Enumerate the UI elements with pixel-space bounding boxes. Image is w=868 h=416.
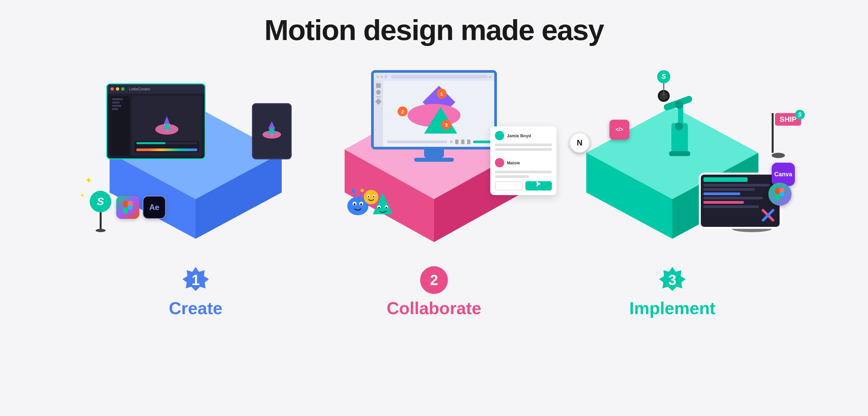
svg-point-44 xyxy=(675,101,683,109)
yellow-character xyxy=(363,188,379,207)
step-implement: S xyxy=(543,67,802,318)
shape-triangle xyxy=(424,107,457,134)
code-icon: </> xyxy=(615,127,623,133)
implement-step-label: 3 Implement xyxy=(629,265,715,318)
notion-icon: N xyxy=(577,138,582,147)
collaborate-label: Collaborate xyxy=(387,298,481,318)
comment-line-2 xyxy=(495,148,552,151)
comment-line-1 xyxy=(495,143,552,146)
after-effects-icon: Ae xyxy=(143,196,166,219)
star-decoration-2: ✦ xyxy=(80,192,85,199)
create-step-label: 1 Create xyxy=(169,265,222,318)
monitor-toolbar xyxy=(374,81,383,147)
comment-user2: Maisie xyxy=(495,158,552,167)
lottie-x-logo xyxy=(760,207,776,223)
window-sidebar xyxy=(110,96,130,156)
pin-base xyxy=(96,229,105,232)
tablet-device xyxy=(252,103,292,160)
implement-number: 3 xyxy=(669,272,676,288)
user2-name: Maisie xyxy=(507,161,520,165)
comment-user1: Jamie Boyd xyxy=(495,131,552,140)
minimize-dot xyxy=(116,87,119,91)
user1-avatar xyxy=(495,131,504,140)
maximize-dot xyxy=(121,87,124,91)
svg-rect-11 xyxy=(123,207,128,214)
pin-stick xyxy=(100,212,102,229)
comment-cancel-btn xyxy=(495,181,523,190)
comment-spacer xyxy=(495,153,552,158)
lottie-creator-window: LottieCreator xyxy=(106,83,206,160)
create-number: 1 xyxy=(192,272,199,288)
robot-arm-svg: S xyxy=(643,70,716,156)
svg-point-20 xyxy=(353,203,355,205)
create-badge: 1 xyxy=(181,265,211,295)
comment-line-4 xyxy=(495,175,529,178)
monitor-topbar xyxy=(374,73,494,81)
flag-lottie-s: S xyxy=(795,110,805,120)
svg-point-30 xyxy=(386,207,387,209)
comment-actions xyxy=(495,181,552,190)
canvas-shapes: 1 2 3 xyxy=(388,84,480,143)
canva-badge: Canva xyxy=(772,163,795,186)
svg-point-21 xyxy=(360,203,362,205)
svg-text:S: S xyxy=(661,73,666,80)
flag-base xyxy=(772,153,785,158)
yellow-star-svg xyxy=(363,188,379,206)
figma-badge-implement xyxy=(768,182,792,206)
implement-label: Implement xyxy=(629,298,715,318)
notif-2: 2 xyxy=(398,106,407,116)
collaborate-platform: 1 2 3 xyxy=(305,67,563,258)
step-collaborate: 1 2 3 xyxy=(305,67,563,318)
implement-badge: 3 xyxy=(657,265,687,295)
user2-avatar xyxy=(495,158,504,167)
collaborate-step-label: 2 Collaborate xyxy=(387,265,481,318)
canva-text: Canva xyxy=(774,171,792,178)
svg-point-23 xyxy=(352,189,355,192)
svg-point-13 xyxy=(128,205,133,210)
comment-confirm-btn xyxy=(525,181,552,190)
star-decoration-1: ✦ xyxy=(85,175,92,186)
step-create: LottieCreator xyxy=(66,67,325,318)
close-dot xyxy=(111,87,114,91)
code-tablet xyxy=(699,173,782,229)
svg-rect-9 xyxy=(123,201,128,207)
svg-rect-41 xyxy=(669,151,690,156)
svg-point-35 xyxy=(373,196,374,198)
monitor-base xyxy=(414,158,454,162)
monitor-content: 1 2 3 xyxy=(374,81,494,147)
comment-line-3 xyxy=(495,171,552,173)
notion-badge: N xyxy=(570,133,590,153)
implement-platform: S xyxy=(543,67,802,258)
svg-point-45 xyxy=(675,123,683,130)
code-badge: </> xyxy=(610,120,629,140)
lottie-s-icon: S xyxy=(90,191,111,212)
canvas-preview xyxy=(150,113,183,139)
flag-stick: SHIP S xyxy=(772,113,774,153)
ae-label: Ae xyxy=(149,203,160,212)
notif-1: 1 xyxy=(437,89,446,99)
create-platform: LottieCreator xyxy=(66,67,325,258)
svg-rect-55 xyxy=(775,194,780,200)
svg-rect-53 xyxy=(775,188,780,194)
monitor: 1 2 3 xyxy=(371,70,497,166)
window-titlebar: LottieCreator xyxy=(107,84,205,94)
tablet-preview xyxy=(258,120,285,143)
page-title: Motion design made easy xyxy=(265,13,604,47)
window-content xyxy=(107,94,205,159)
monitor-controls xyxy=(387,140,491,144)
robot-arm: S xyxy=(643,70,716,158)
monitor-screen: 1 2 3 xyxy=(371,70,497,149)
ship-flag: SHIP S xyxy=(772,113,785,158)
comment-card: Jamie Boyd Maisie xyxy=(490,126,557,195)
monitor-stand xyxy=(424,149,444,158)
create-label: Create xyxy=(169,298,222,318)
notif-3: 3 xyxy=(441,120,451,130)
window-title-label: LottieCreator xyxy=(129,87,150,91)
collaborate-badge: 2 xyxy=(419,265,449,295)
svg-point-31 xyxy=(364,190,378,204)
svg-point-56 xyxy=(780,192,784,197)
timeline-bar xyxy=(134,141,199,152)
figma-icon xyxy=(116,196,140,219)
window-canvas xyxy=(132,96,202,156)
lottie-s-pin: S xyxy=(90,191,111,232)
